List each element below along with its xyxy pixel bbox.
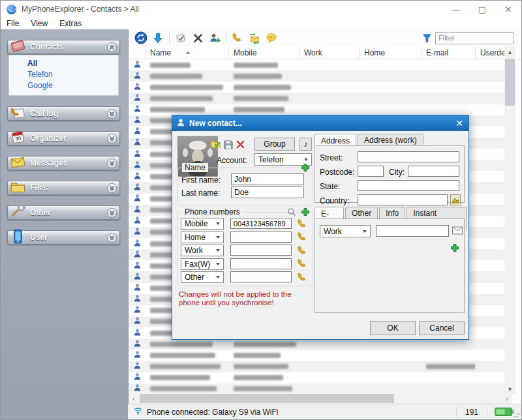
phone-number-input[interactable] xyxy=(230,232,292,243)
download-icon[interactable] xyxy=(149,30,166,46)
delete-icon[interactable] xyxy=(189,30,206,46)
sidebar-section-messages[interactable]: Messages xyxy=(7,156,120,170)
expand-icon[interactable] xyxy=(107,208,117,218)
menu-file[interactable]: File xyxy=(1,18,25,29)
add-contact-icon[interactable] xyxy=(206,30,223,46)
table-row[interactable] xyxy=(129,338,506,350)
dialog-close-icon[interactable]: ✕ xyxy=(450,118,468,128)
expand-icon[interactable] xyxy=(107,158,117,168)
menu-view[interactable]: View xyxy=(25,18,54,29)
last-name-input[interactable] xyxy=(231,187,304,198)
phone-type-select[interactable]: Home xyxy=(181,232,224,243)
contact-row-icon xyxy=(133,327,142,338)
search-number-icon[interactable] xyxy=(286,206,297,217)
phone-type-select[interactable]: Mobile xyxy=(181,218,224,230)
sms-sync-icon[interactable] xyxy=(246,30,263,46)
phone-type-select[interactable]: Work xyxy=(181,245,224,256)
column-header-userdefined[interactable]: Userdefined xyxy=(476,46,506,59)
phone-number-input[interactable] xyxy=(230,245,292,256)
filter-input[interactable] xyxy=(435,32,514,44)
resize-grip[interactable] xyxy=(514,412,520,418)
state-input[interactable] xyxy=(358,180,459,191)
hscroll-thumb[interactable] xyxy=(140,394,394,403)
cancel-button[interactable]: Cancel xyxy=(419,321,465,335)
phone-number-input[interactable] xyxy=(230,218,292,229)
expand-icon[interactable] xyxy=(107,134,117,143)
email-input[interactable] xyxy=(376,225,449,237)
sidebar-section-user[interactable]: User xyxy=(7,230,120,245)
dial-icon[interactable] xyxy=(297,271,308,282)
sidebar-section-call-log[interactable]: Call log xyxy=(7,106,120,121)
menu-extras[interactable]: Extras xyxy=(54,18,87,29)
column-header-work[interactable]: Work xyxy=(299,46,360,59)
table-row[interactable] xyxy=(129,59,506,70)
call-icon[interactable] xyxy=(229,30,246,46)
phone-type-select[interactable]: Other xyxy=(181,271,224,283)
collapse-icon[interactable] xyxy=(107,42,117,52)
sync-icon[interactable] xyxy=(132,30,149,46)
email-type-select[interactable]: Work xyxy=(320,225,371,237)
sidebar-section-files[interactable]: Files xyxy=(7,181,120,195)
table-row[interactable] xyxy=(129,82,506,93)
edit-icon[interactable] xyxy=(172,30,189,46)
sidebar-item-all[interactable]: All xyxy=(27,58,118,69)
horizontal-scrollbar[interactable]: ‹ › xyxy=(129,393,512,404)
group-button[interactable]: Group xyxy=(254,138,295,151)
dial-icon[interactable] xyxy=(297,258,308,269)
column-header-name[interactable]: Name xyxy=(146,46,229,59)
first-name-input[interactable] xyxy=(231,173,304,185)
country-picker-icon[interactable] xyxy=(450,194,461,205)
postcode-input[interactable] xyxy=(358,166,384,177)
add-email-icon[interactable] xyxy=(449,242,460,253)
expand-icon[interactable] xyxy=(107,183,117,193)
close-button[interactable]: ✕ xyxy=(495,1,521,18)
table-row[interactable] xyxy=(129,93,506,104)
street-input[interactable] xyxy=(358,151,459,162)
send-email-icon[interactable] xyxy=(452,225,463,236)
scroll-up-icon[interactable]: ▲ xyxy=(504,46,515,57)
expand-icon[interactable] xyxy=(107,233,117,243)
sidebar: ContactsAllTelefonGoogleCall log30Organi… xyxy=(1,29,128,419)
chat-icon[interactable] xyxy=(263,30,280,46)
remove-photo-icon[interactable] xyxy=(235,139,246,150)
dial-icon[interactable] xyxy=(297,218,308,229)
table-row[interactable] xyxy=(129,104,506,115)
dial-icon[interactable] xyxy=(297,245,308,256)
ringtone-button[interactable]: ♪ xyxy=(299,138,312,151)
load-photo-icon[interactable] xyxy=(210,139,221,150)
maximize-button[interactable]: ▢ xyxy=(469,1,495,18)
new-contact-dialog: New contact... ✕ Group ♪ Account: Telefo… xyxy=(172,115,469,340)
phone-number-input[interactable] xyxy=(230,258,292,269)
table-row[interactable] xyxy=(129,350,506,361)
phone-number-input[interactable] xyxy=(230,271,292,282)
expand-icon[interactable] xyxy=(107,109,117,119)
add-name-field-icon[interactable] xyxy=(299,162,311,173)
sidebar-section-other[interactable]: Other xyxy=(7,205,120,220)
save-photo-icon[interactable] xyxy=(223,139,234,150)
dial-icon[interactable] xyxy=(297,232,308,243)
sidebar-section-organizer[interactable]: 30Organizer xyxy=(7,131,120,145)
contact-row-icon xyxy=(133,350,142,361)
country-input[interactable] xyxy=(358,194,448,205)
column-header-email[interactable]: E-mail xyxy=(422,46,476,59)
city-input[interactable] xyxy=(408,166,459,177)
table-row[interactable] xyxy=(129,372,506,383)
table-row[interactable] xyxy=(129,70,506,82)
column-header-home[interactable]: Home xyxy=(360,46,422,59)
vscroll-thumb[interactable] xyxy=(505,59,515,106)
ok-button[interactable]: OK xyxy=(370,321,416,335)
sidebar-section-contacts[interactable]: Contacts xyxy=(7,40,120,54)
minimize-button[interactable]: — xyxy=(443,1,469,18)
sidebar-submenu: AllTelefonGoogle xyxy=(8,55,119,96)
sidebar-item-google[interactable]: Google xyxy=(27,80,118,91)
sidebar-item-telefon[interactable]: Telefon xyxy=(27,69,118,80)
table-row[interactable] xyxy=(129,361,506,372)
sidebar-section-label: Other xyxy=(30,208,51,217)
scroll-left-icon[interactable]: ‹ xyxy=(129,393,139,404)
redacted-text xyxy=(150,353,215,358)
column-header-mobile[interactable]: Mobile xyxy=(229,46,299,59)
phone-type-select[interactable]: Fax(W) xyxy=(181,258,224,270)
scroll-right-icon[interactable]: › xyxy=(502,393,512,404)
vertical-scrollbar[interactable]: ▲ ▼ xyxy=(504,46,515,395)
add-number-icon[interactable] xyxy=(299,206,311,217)
